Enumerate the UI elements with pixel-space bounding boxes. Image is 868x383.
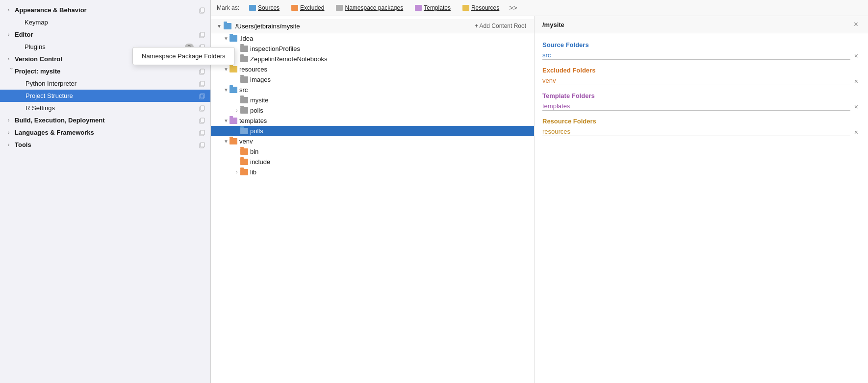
- sidebar-item-project-structure[interactable]: Project Structure: [0, 90, 210, 102]
- tree-item-inspection-profiles[interactable]: inspectionProfiles: [211, 44, 534, 54]
- resource-folder-remove-button[interactable]: ×: [852, 128, 860, 136]
- sidebar-item-label: R Settings: [26, 104, 196, 112]
- source-folder-row-src: src ×: [542, 51, 860, 60]
- resource-folders-heading: Resource Folders: [542, 118, 860, 125]
- add-content-root-button[interactable]: + Add Content Root: [471, 21, 530, 31]
- svg-rect-13: [201, 94, 204, 98]
- tree-item-src[interactable]: ▼ src: [211, 85, 534, 95]
- zeppelin-folder-icon: [240, 56, 248, 62]
- tree-top-bar: ▼ /Users/jetbrains/mysite + Add Content …: [211, 19, 534, 33]
- mark-sources-button[interactable]: Sources: [245, 3, 283, 13]
- template-folders-heading: Template Folders: [542, 92, 860, 99]
- namespace-button-label: Namespace packages: [345, 4, 403, 11]
- mark-templates-button[interactable]: Templates: [411, 3, 455, 13]
- file-tree: ▼ /Users/jetbrains/mysite + Add Content …: [211, 16, 535, 383]
- excluded-folder-row-venv: venv ×: [542, 77, 860, 85]
- right-panel-close-button[interactable]: ×: [852, 20, 860, 29]
- copy-icon: [199, 31, 205, 38]
- svg-rect-11: [201, 81, 204, 86]
- body-area: ▼ /Users/jetbrains/mysite + Add Content …: [211, 16, 868, 383]
- idea-folder-icon: [230, 35, 237, 42]
- excluded-folder-remove-button[interactable]: ×: [852, 77, 860, 85]
- tree-item-label: src: [239, 86, 248, 94]
- main-content: Mark as: Sources Excluded Namespace pack…: [211, 0, 868, 383]
- toolbar-overflow-button[interactable]: >>: [507, 3, 519, 13]
- templates-button-label: Templates: [424, 4, 451, 11]
- svg-rect-3: [201, 32, 204, 37]
- tree-item-bin[interactable]: bin: [211, 146, 534, 157]
- templates-tree-folder-icon: [230, 118, 237, 124]
- svg-rect-9: [201, 69, 204, 73]
- svg-rect-17: [201, 118, 204, 122]
- svg-rect-15: [201, 106, 204, 110]
- tree-item-label: include: [250, 158, 270, 166]
- sidebar-item-keymap[interactable]: Keymap: [0, 16, 210, 28]
- sidebar-item-label: Python Interpreter: [26, 80, 196, 87]
- sidebar-item-python-interpreter[interactable]: Python Interpreter: [0, 77, 210, 90]
- resources-folder-icon: [230, 66, 237, 72]
- tree-item-label: lib: [250, 168, 256, 176]
- chevron-icon: ▼: [223, 36, 230, 41]
- tree-item-label: ZeppelinRemoteNotebooks: [250, 55, 328, 63]
- tree-item-label: bin: [250, 148, 258, 155]
- tree-item-idea[interactable]: ▼ .idea: [211, 33, 534, 44]
- images-folder-icon: [240, 76, 248, 83]
- sidebar-item-tools[interactable]: › Tools: [0, 139, 210, 151]
- template-folder-label: templates: [542, 102, 850, 111]
- excluded-folders-heading: Excluded Folders: [542, 67, 860, 74]
- tree-item-templates[interactable]: ▼ templates: [211, 116, 534, 126]
- excluded-button-label: Excluded: [300, 4, 324, 11]
- right-panel-body: Source Folders src × Excluded Folders ve…: [535, 33, 868, 146]
- copy-icon: [199, 68, 205, 75]
- tree-item-label: templates: [239, 117, 267, 124]
- tree-item-resources[interactable]: ▼ resources: [211, 64, 534, 74]
- copy-icon: [199, 117, 205, 124]
- src-folder-icon: [230, 87, 237, 93]
- tree-item-polls-templates[interactable]: polls: [211, 126, 534, 136]
- tree-item-zeppelin[interactable]: ZeppelinRemoteNotebooks: [211, 54, 534, 64]
- tree-item-label: .idea: [239, 35, 253, 42]
- tree-item-label: images: [250, 76, 271, 83]
- right-panel: /mysite × Source Folders src × Excluded …: [535, 16, 868, 383]
- chevron-icon: ›: [8, 130, 15, 135]
- tree-item-venv[interactable]: ▼ venv: [211, 136, 534, 146]
- source-folder-label: src: [542, 51, 850, 60]
- chevron-icon: ›: [8, 56, 15, 62]
- root-path-label: /Users/jetbrains/mysite: [235, 23, 300, 30]
- sidebar-item-appearance[interactable]: › Appearance & Behavior: [0, 4, 210, 16]
- mark-resources-button[interactable]: Resources: [459, 3, 503, 13]
- template-folder-row: templates ×: [542, 102, 860, 111]
- sidebar-item-build-execution[interactable]: › Build, Execution, Deployment: [0, 114, 210, 126]
- tree-item-polls-src[interactable]: › polls: [211, 105, 534, 116]
- tree-item-label: polls: [250, 127, 263, 135]
- tree-item-lib[interactable]: › lib: [211, 167, 534, 177]
- tree-item-include[interactable]: include: [211, 157, 534, 167]
- tree-item-mysite[interactable]: mysite: [211, 95, 534, 105]
- resource-folder-row: resources ×: [542, 128, 860, 136]
- inspection-folder-icon: [240, 46, 248, 52]
- chevron-icon: ▼: [223, 67, 230, 72]
- svg-rect-19: [201, 130, 204, 135]
- chevron-icon: ›: [233, 169, 240, 175]
- sidebar-item-editor[interactable]: › Editor: [0, 28, 210, 41]
- resources-button-label: Resources: [471, 4, 499, 11]
- sidebar-item-languages[interactable]: › Languages & Frameworks: [0, 126, 210, 139]
- tooltip-label: Namespace Package Folders: [211, 52, 226, 60]
- right-panel-header: /mysite ×: [535, 16, 868, 33]
- template-folder-remove-button[interactable]: ×: [852, 103, 860, 111]
- source-folder-remove-button[interactable]: ×: [852, 52, 860, 60]
- chevron-icon: ›: [8, 7, 15, 13]
- mysite-folder-icon: [240, 97, 248, 103]
- svg-rect-21: [201, 143, 204, 147]
- mark-excluded-button[interactable]: Excluded: [287, 3, 328, 13]
- sidebar-item-r-settings[interactable]: R Settings: [0, 102, 210, 114]
- namespace-tooltip: Namespace Package Folders: [211, 47, 235, 65]
- sidebar-item-project[interactable]: › Project: mysite: [0, 65, 210, 77]
- mark-namespace-button[interactable]: Namespace packages: [332, 3, 407, 13]
- sources-folder-icon: [249, 5, 256, 11]
- tree-item-images[interactable]: images: [211, 74, 534, 85]
- tree-item-label: venv: [239, 138, 253, 145]
- excluded-folder-label: venv: [542, 77, 850, 85]
- polls-templates-folder-icon: [240, 128, 248, 134]
- namespace-folder-icon: [336, 5, 343, 11]
